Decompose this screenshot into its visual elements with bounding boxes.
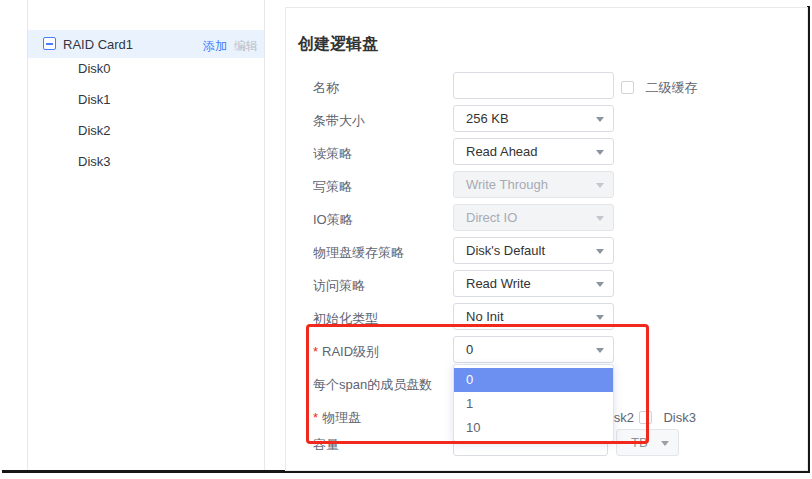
tree-node-disk0[interactable]: Disk0 — [78, 53, 228, 84]
chevron-down-icon — [596, 282, 604, 287]
io-policy-select: Direct IO — [453, 204, 614, 231]
chevron-down-icon — [596, 315, 604, 320]
raid-level-label: *RAID级别 — [313, 343, 379, 361]
init-type-value: No Init — [466, 309, 504, 324]
sidebar-divider — [264, 0, 265, 471]
chevron-down-icon — [661, 441, 669, 446]
collapse-minus-icon[interactable] — [43, 37, 56, 50]
required-asterisk: * — [313, 344, 318, 359]
access-policy-select[interactable]: Read Write — [453, 270, 614, 297]
stripe-size-select[interactable]: 256 KB — [453, 105, 614, 132]
name-label: 名称 — [313, 79, 339, 97]
span-members-label: 每个span的成员盘数 — [313, 376, 432, 394]
required-asterisk: * — [313, 410, 318, 425]
raid-level-label-text: RAID级别 — [322, 344, 379, 359]
tree-node-label: RAID Card1 — [63, 37, 133, 52]
disk-cache-policy-value: Disk's Default — [466, 243, 545, 258]
init-type-label: 初始化类型 — [313, 310, 378, 328]
disk-cache-policy-label: 物理盘缓存策略 — [313, 244, 404, 262]
capacity-unit-value: TB — [631, 435, 648, 450]
form-row-disk-cache-policy: 物理盘缓存策略 Disk's Default — [286, 237, 807, 264]
write-policy-select: Write Through — [453, 171, 614, 198]
physical-disks-label: *物理盘 — [313, 409, 361, 427]
raid-level-option-10[interactable]: 10 — [454, 416, 613, 440]
tree-node-disk1[interactable]: Disk1 — [78, 84, 228, 115]
chevron-down-icon — [596, 216, 604, 221]
chevron-down-icon — [596, 348, 604, 353]
stripe-size-label: 条带大小 — [313, 112, 365, 130]
form-row-name: 名称 二级缓存 — [286, 72, 807, 99]
read-policy-value: Read Ahead — [466, 144, 538, 159]
stripe-size-value: 256 KB — [466, 111, 509, 126]
secondary-cache-checkbox[interactable] — [621, 81, 634, 94]
io-policy-value: Direct IO — [466, 210, 517, 225]
create-logical-disk-panel: 创建逻辑盘 名称 二级缓存 条带大小 256 KB 读策略 Read Ahead — [285, 7, 808, 471]
raid-level-value: 0 — [466, 342, 473, 357]
page-title: 创建逻辑盘 — [298, 34, 378, 55]
io-policy-label: IO策略 — [313, 211, 353, 229]
form-row-stripe-size: 条带大小 256 KB — [286, 105, 807, 132]
init-type-select[interactable]: No Init — [453, 303, 614, 330]
raid-level-option-0[interactable]: 0 — [454, 368, 613, 392]
screen: RAID Card1 添加 编辑 Disk0 Disk1 Disk2 Disk3… — [0, 0, 812, 479]
physical-disks-label-text: 物理盘 — [322, 410, 361, 425]
tree-node-disk2[interactable]: Disk2 — [78, 115, 228, 146]
name-input[interactable] — [453, 72, 614, 99]
form-row-init-type: 初始化类型 No Init — [286, 303, 807, 330]
secondary-cache-label: 二级缓存 — [645, 80, 697, 95]
form-row-io-policy: IO策略 Direct IO — [286, 204, 807, 231]
access-policy-value: Read Write — [466, 276, 531, 291]
write-policy-label: 写策略 — [313, 178, 352, 196]
chevron-down-icon — [596, 150, 604, 155]
edit-link[interactable]: 编辑 — [234, 38, 258, 55]
raid-level-dropdown-menu: 0 1 10 — [453, 364, 614, 442]
disk3-checkbox-label: Disk3 — [663, 410, 696, 425]
chevron-down-icon — [596, 249, 604, 254]
chevron-down-icon — [596, 117, 604, 122]
form-row-access-policy: 访问策略 Read Write — [286, 270, 807, 297]
disk-cache-policy-select[interactable]: Disk's Default — [453, 237, 614, 264]
raid-tree-sidebar: RAID Card1 添加 编辑 Disk0 Disk1 Disk2 Disk3 — [28, 0, 264, 470]
raid-level-option-1[interactable]: 1 — [454, 392, 613, 416]
access-policy-label: 访问策略 — [313, 277, 365, 295]
read-policy-label: 读策略 — [313, 145, 352, 163]
form-row-read-policy: 读策略 Read Ahead — [286, 138, 807, 165]
form-row-raid-level: *RAID级别 0 — [286, 336, 807, 363]
tree-node-disk3[interactable]: Disk3 — [78, 146, 228, 177]
capacity-unit-select[interactable]: TB — [616, 429, 679, 456]
capacity-label: 容量 — [313, 436, 339, 454]
disk3-checkbox[interactable] — [639, 411, 652, 424]
raid-level-select[interactable]: 0 — [453, 336, 614, 363]
form-row-write-policy: 写策略 Write Through — [286, 171, 807, 198]
write-policy-value: Write Through — [466, 177, 548, 192]
read-policy-select[interactable]: Read Ahead — [453, 138, 614, 165]
chevron-down-icon — [596, 183, 604, 188]
